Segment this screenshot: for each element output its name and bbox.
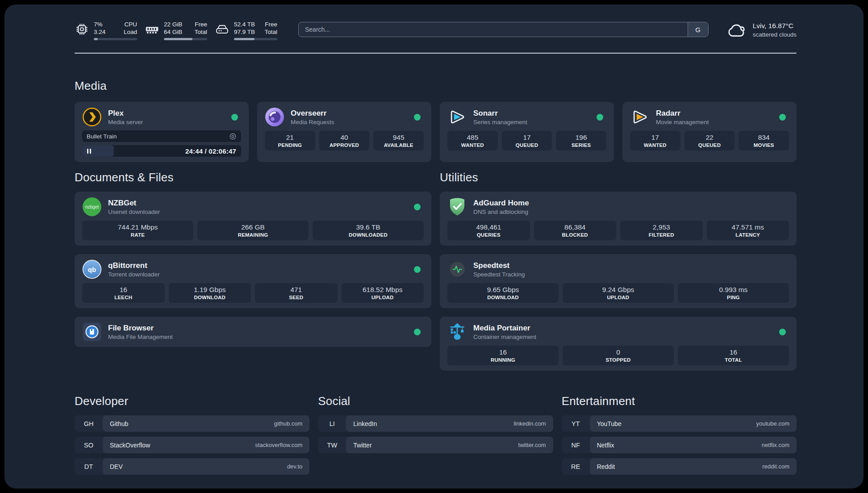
bookmark-abbr: RE — [562, 458, 590, 475]
status-dot-online — [779, 114, 786, 121]
stat-leech: 16 LEECH — [82, 283, 165, 303]
pause-icon — [87, 149, 91, 154]
bookmark-twitter[interactable]: TW Twitter twitter.com — [318, 437, 553, 453]
status-dot-online — [414, 114, 421, 121]
stat-blocked: 86,384 BLOCKED — [534, 221, 617, 240]
stat-available: 945 AVAILABLE — [373, 131, 424, 150]
status-dot-online — [414, 329, 421, 335]
bookmark-reddit[interactable]: RE Reddit reddit.com — [562, 458, 797, 475]
app-card-overseerr[interactable]: Overseerr Media Requests 21 PENDING 40 A… — [257, 102, 431, 162]
disk-free-value: 52.4 TB — [234, 21, 255, 28]
bookmark-url: youtube.com — [756, 420, 789, 427]
app-title: NZBGet — [108, 198, 160, 208]
qbittorrent-icon: qb — [82, 259, 102, 279]
bookmark-abbr: NF — [562, 437, 590, 453]
app-subtitle: Usenet downloader — [108, 208, 160, 216]
bookmark-url: twitter.com — [518, 442, 546, 448]
disk-total-label: Total — [264, 28, 277, 36]
weather-condition: scattered clouds — [753, 31, 797, 38]
bookmark-name: Reddit — [597, 463, 763, 470]
app-card-sonarr[interactable]: Sonarr Series management 485 WANTED 17 Q… — [440, 102, 614, 162]
overseerr-icon — [265, 107, 284, 127]
section-title-developer: Developer — [75, 394, 309, 408]
search-provider-button[interactable]: G — [688, 22, 708, 37]
app-card-plex[interactable]: Plex Media server Bullet Train 24:44 — [75, 102, 249, 162]
app-card-speedtest[interactable]: Speedtest Speedtest Tracking 9.65 Gbps D… — [440, 254, 797, 308]
memory-total-value: 64 GiB — [164, 28, 182, 36]
memory-total-label: Total — [194, 28, 207, 36]
app-subtitle: Container management — [473, 333, 536, 341]
stat-movies: 834 MOVIES — [739, 131, 789, 150]
app-title: qBittorrent — [108, 261, 160, 270]
target-icon[interactable] — [229, 133, 237, 140]
app-card-radarr[interactable]: Radarr Movie management 17 WANTED 22 QUE… — [622, 102, 797, 162]
bookmark-abbr: SO — [75, 437, 103, 453]
stat-upload: 9.24 Gbps UPLOAD — [563, 283, 674, 303]
bookmark-url: linkedin.com — [513, 420, 546, 427]
stat-seed: 471 SEED — [255, 283, 338, 303]
search-input[interactable] — [299, 22, 688, 37]
svg-text:nzbget: nzbget — [85, 205, 99, 209]
disk-progress-bar — [234, 38, 277, 40]
cpu-usage-value: 7% — [94, 21, 103, 28]
stat-queued: 17 QUEUED — [502, 131, 552, 150]
stat-total: 16 TOTAL — [678, 346, 789, 365]
app-card-portainer[interactable]: Media Portainer Container management 16 … — [440, 317, 797, 371]
portainer-crane-icon — [447, 322, 467, 342]
cpu-widget: 7% CPU 3.24 Load — [75, 19, 137, 40]
section-title-documents: Documents & Files — [75, 170, 431, 184]
app-card-nzbget[interactable]: nzbget NZBGet Usenet downloader 744.21 M… — [75, 192, 431, 246]
disk-total-value: 97.9 TB — [234, 28, 255, 36]
radarr-icon — [630, 107, 650, 127]
playback-time: 24:44 / 02:06:47 — [185, 147, 236, 155]
disk-free-label: Free — [265, 21, 277, 28]
bookmark-name: YouTube — [597, 420, 756, 427]
stat-download: 1.19 Gbps DOWNLOAD — [169, 283, 251, 303]
bookmark-github[interactable]: GH Github github.com — [75, 415, 309, 432]
memory-free-label: Free — [195, 21, 207, 28]
status-dot-online — [779, 329, 786, 335]
now-playing-title: Bullet Train — [87, 133, 229, 140]
status-dot-online — [414, 266, 421, 273]
search-bar: G — [298, 22, 709, 37]
bookmark-stackoverflow[interactable]: SO StackOverflow stackoverflow.com — [75, 437, 309, 453]
stat-wanted: 485 WANTED — [447, 131, 498, 150]
stat-rate: 744.21 Mbps RATE — [82, 221, 193, 240]
app-subtitle: Movie management — [656, 118, 709, 126]
stat-queued: 22 QUEUED — [684, 131, 735, 150]
stat-running: 16 RUNNING — [447, 346, 559, 365]
ram-icon — [145, 22, 159, 37]
app-title: Sonarr — [473, 109, 527, 118]
cpu-progress-fill — [94, 38, 98, 40]
bookmark-dev[interactable]: DT DEV dev.to — [75, 458, 309, 475]
app-card-qbittorrent[interactable]: qb qBittorrent Torrent downloader 16 LEE… — [75, 254, 431, 308]
app-card-adguard[interactable]: AdGuard Home DNS and adblocking 498,461 … — [440, 192, 797, 246]
app-subtitle: Media File Management — [108, 333, 173, 341]
section-title-entertainment: Entertainment — [562, 394, 797, 408]
app-title: File Browser — [108, 323, 173, 333]
cpu-progress-bar — [94, 38, 137, 40]
stat-latency: 47.571 ms LATENCY — [707, 221, 789, 240]
bookmark-abbr: DT — [75, 458, 103, 475]
app-subtitle: Torrent downloader — [108, 271, 160, 278]
memory-widget: 22 GiB Free 64 GiB Total — [145, 19, 207, 40]
cloud-icon — [726, 21, 747, 38]
status-dot-online — [414, 204, 421, 210]
bookmark-netflix[interactable]: NF Netflix netflix.com — [562, 437, 797, 453]
app-title: Speedtest — [473, 261, 525, 270]
stat-filtered: 2,953 FILTERED — [620, 221, 703, 240]
app-card-filebrowser[interactable]: File Browser Media File Management — [75, 317, 431, 347]
app-subtitle: Media server — [108, 118, 143, 126]
bookmark-url: github.com — [274, 420, 303, 427]
cpu-load-value: 3.24 — [94, 28, 105, 36]
bookmark-youtube[interactable]: YT YouTube youtube.com — [562, 415, 797, 432]
bookmark-url: netflix.com — [762, 442, 789, 448]
dashboard-panel: 7% CPU 3.24 Load — [4, 4, 864, 489]
stat-queries: 498,461 QUERIES — [447, 221, 530, 240]
adguard-shield-icon — [447, 197, 467, 217]
bookmark-linkedin[interactable]: LI LinkedIn linkedin.com — [318, 415, 553, 432]
bookmark-name: StackOverflow — [110, 442, 255, 449]
stat-pending: 21 PENDING — [265, 131, 315, 150]
app-title: AdGuard Home — [473, 198, 529, 208]
memory-progress-fill — [164, 38, 192, 40]
